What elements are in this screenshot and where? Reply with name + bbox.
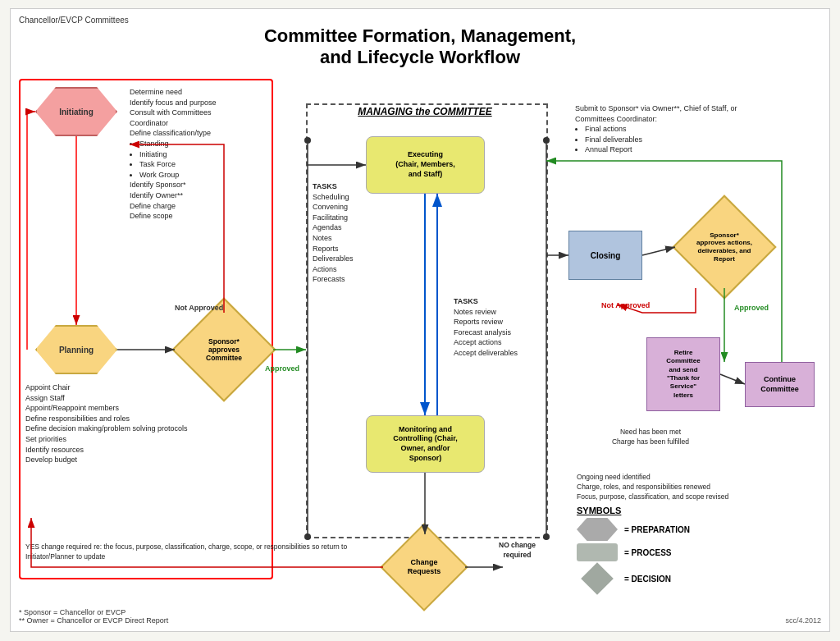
not-approved-right: Not Approved [601,300,650,311]
tasks-right-text: TASKS Notes review Reports review Foreca… [454,296,544,359]
monitoring-rect: Monitoring and Controlling (Chair, Owner… [366,415,485,473]
initiating-label: Initiating [59,108,94,117]
approved-left: Approved [265,364,299,374]
scc-label: scc/4.2012 [785,616,821,625]
tasks-left-text: TASKS Scheduling Convening Facilitating … [313,181,403,285]
monitoring-label: Monitoring and Controlling (Chair, Owner… [393,425,458,464]
symbol-row-process: = PROCESS [577,543,815,561]
symbol-row-decision: = DECISION [577,566,815,591]
closing-rect: Closing [568,231,642,280]
bottom-notes: * Sponsor = Chancellor or EVCP ** Owner … [19,608,168,625]
executing-label: Executing (Chair, Members, and Staff) [395,150,455,179]
planning-shape: Planning [35,325,117,374]
no-change-text: NO changerequired [499,541,536,561]
prep-symbol [577,520,618,538]
closing-tasks-text: Submit to Sponsor* via Owner**, Chief of… [575,103,756,155]
closing-label: Closing [591,250,621,261]
svg-line-21 [720,374,745,384]
yes-change-text: YES change required re: the focus, purpo… [25,543,386,562]
bottom-note2: ** Owner = Chancellor or EVCP Direct Rep… [19,616,168,625]
retire-rect: Retire Committee and send "Thank for Ser… [646,337,720,411]
title-line1: Committee Formation, Management, [264,25,576,46]
decision-label: = DECISION [624,575,671,584]
main-page: Chancellor/EVCP Committees Committee For… [10,8,830,632]
retire-label: Retire Committee and send "Thank for Ser… [666,349,700,400]
prep-label: = PREPARATION [624,525,690,534]
process-symbol [577,543,618,561]
approved-right: Approved [734,303,769,314]
initiating-tasks-text: Determine need Identify focus and purpos… [130,87,265,222]
sponsor-approves-diamond: Sponsor*approvesCommittee [175,313,273,387]
symbols-section: SYMBOLS = PREPARATION = PROCESS = DECISI… [577,506,815,596]
top-label: Chancellor/EVCP Committees [19,16,129,25]
continue-label: Continue Committee [746,375,814,394]
bottom-note1: * Sponsor = Chancellor or EVCP [19,608,126,616]
process-label: = PROCESS [624,548,672,557]
initiating-shape: Initiating [35,87,117,136]
planning-label: Planning [59,346,94,355]
planning-tasks-text: Appoint Chair Assign Staff Appoint/Reapp… [25,382,231,465]
need-met-text: Need has been met Charge has been fulfil… [593,428,708,447]
not-approved-left: Not Approved [175,303,223,314]
managing-title: MANAGING the COMMITTEE [331,106,519,117]
decision-symbol [577,566,618,591]
main-title: Committee Formation, Management, and Lif… [19,21,821,68]
title-line2: and Lifecycle Workflow [320,47,520,67]
change-requests-diamond: ChangeRequests [383,534,465,600]
continue-rect: Continue Committee [745,362,815,407]
sponsor-approves-right-diamond: Sponsor*approves actions,deliverables, a… [675,206,774,288]
symbol-row-prep: = PREPARATION [577,520,815,538]
svg-line-19 [642,247,675,255]
ongoing-need-text: Ongoing need identified Charge, roles, a… [577,473,806,502]
symbols-title: SYMBOLS [577,506,815,515]
